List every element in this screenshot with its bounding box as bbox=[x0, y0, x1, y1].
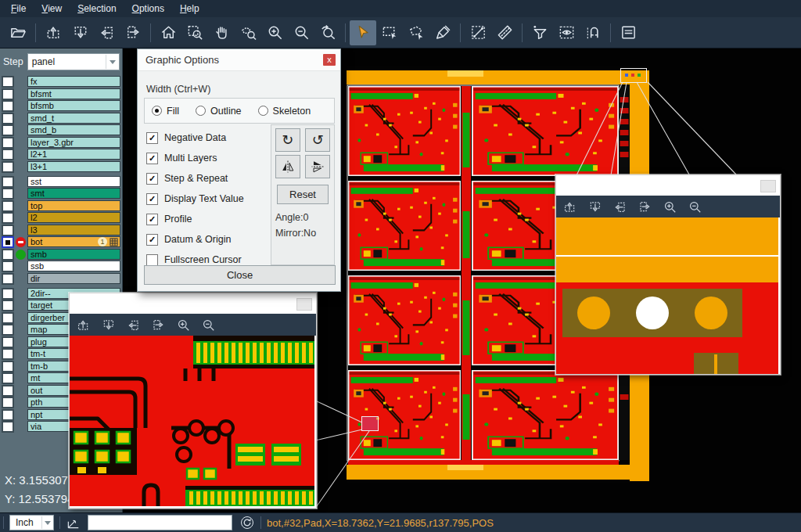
layer-visibility-checkbox-dir[interactable] bbox=[2, 273, 14, 285]
zoom-window-titlebar[interactable] bbox=[70, 293, 316, 314]
select-tool-button[interactable] bbox=[350, 20, 376, 45]
layer-visibility-checkbox-bot[interactable] bbox=[2, 236, 14, 248]
layer-item-smd_b[interactable]: smd_b bbox=[27, 124, 120, 135]
layer-item-ssb[interactable]: ssb bbox=[27, 261, 120, 271]
zoom-in-icon[interactable] bbox=[176, 318, 191, 332]
view-options-button[interactable] bbox=[553, 20, 580, 45]
zoom-window-button[interactable] bbox=[181, 20, 208, 45]
layer-visibility-checkbox-tm-t[interactable] bbox=[2, 348, 14, 360]
corner-measure-icon[interactable] bbox=[66, 515, 81, 530]
command-input[interactable] bbox=[88, 515, 232, 530]
close-button[interactable]: Close bbox=[144, 265, 336, 285]
zoom-in-icon[interactable] bbox=[663, 200, 677, 214]
rotate-cw-button[interactable]: ↻ bbox=[275, 128, 300, 152]
layer-visibility-checkbox-bfsmb[interactable] bbox=[2, 100, 14, 112]
checkbox-step-repeat[interactable]: Step & Repeat bbox=[146, 168, 244, 189]
layer-item-bfsmb[interactable]: bfsmb bbox=[27, 100, 120, 111]
layer-visibility-checkbox-plug[interactable] bbox=[2, 336, 14, 348]
checkbox-negative-data[interactable]: Negative Data bbox=[146, 128, 244, 148]
layer-item-smd_t[interactable]: smd_t bbox=[27, 113, 120, 124]
layer-visibility-checkbox-pth[interactable] bbox=[2, 397, 14, 408]
layer-visibility-checkbox-npt[interactable] bbox=[2, 409, 14, 421]
pan-left-icon[interactable] bbox=[612, 200, 627, 214]
menu-item-selection[interactable]: Selection bbox=[70, 1, 124, 16]
brush-clean-button[interactable] bbox=[429, 20, 456, 45]
dialog-titlebar[interactable]: Graphic Options x bbox=[138, 49, 340, 71]
zoom-out-icon[interactable] bbox=[201, 318, 216, 332]
layer-visibility-checkbox-ssb[interactable] bbox=[2, 261, 14, 272]
home-view-button[interactable] bbox=[155, 20, 181, 45]
layer-visibility-checkbox-l3[interactable] bbox=[2, 225, 14, 236]
pan-right-icon[interactable] bbox=[151, 318, 166, 332]
window-button[interactable] bbox=[296, 298, 312, 311]
pan-left-button[interactable] bbox=[93, 20, 120, 45]
layer-visibility-checkbox-smd_t[interactable] bbox=[2, 113, 14, 124]
pan-right-button[interactable] bbox=[120, 20, 146, 45]
report-button[interactable] bbox=[615, 20, 641, 45]
layer-visibility-checkbox-out[interactable] bbox=[2, 385, 14, 397]
layer-visibility-checkbox-top[interactable] bbox=[2, 200, 14, 212]
layer-visibility-checkbox-map[interactable] bbox=[2, 324, 14, 336]
layer-item-sst[interactable]: sst bbox=[27, 176, 120, 187]
menu-item-options[interactable]: Options bbox=[124, 1, 172, 16]
layer-visibility-checkbox-layer_3.gbr[interactable] bbox=[2, 137, 14, 149]
measure-distance-button[interactable] bbox=[465, 20, 491, 45]
layer-item-smb[interactable]: smb bbox=[27, 249, 120, 260]
poly-select-button[interactable] bbox=[403, 20, 429, 45]
unit-select[interactable]: Inch bbox=[9, 515, 54, 530]
layer-visibility-checkbox-target[interactable] bbox=[2, 300, 14, 311]
zoom-out-icon[interactable] bbox=[688, 200, 702, 214]
measure-ruler-button[interactable] bbox=[491, 20, 518, 45]
pan-down-button[interactable] bbox=[66, 20, 93, 45]
mirror-vertical-button[interactable] bbox=[275, 155, 300, 178]
layer-item-smt[interactable]: smt bbox=[27, 188, 120, 199]
layer-visibility-checkbox-mt[interactable] bbox=[2, 372, 14, 384]
radio-skeleton[interactable]: Skeleton bbox=[258, 106, 311, 117]
snap-button[interactable] bbox=[580, 20, 606, 45]
pan-down-icon[interactable] bbox=[101, 318, 116, 332]
layer-item-l2[interactable]: l2 bbox=[27, 212, 120, 223]
pan-right-icon[interactable] bbox=[638, 200, 652, 214]
reset-button[interactable]: Reset bbox=[277, 185, 329, 204]
layer-visibility-checkbox-l2+1[interactable] bbox=[2, 149, 14, 160]
close-icon[interactable]: x bbox=[323, 54, 336, 66]
layer-item-dir[interactable]: dir bbox=[27, 273, 120, 284]
layer-item-l3+1[interactable]: l3+1 bbox=[27, 161, 120, 172]
pan-up-icon[interactable] bbox=[76, 318, 91, 332]
menu-item-help[interactable]: Help bbox=[172, 1, 207, 16]
pan-down-icon[interactable] bbox=[587, 200, 602, 214]
pan-up-icon[interactable] bbox=[562, 200, 577, 214]
pan-up-button[interactable] bbox=[40, 20, 66, 45]
layer-visibility-checkbox-smb[interactable] bbox=[2, 249, 14, 261]
checkbox-datum-origin[interactable]: Datum & Origin bbox=[146, 229, 244, 250]
radio-fill[interactable]: Fill bbox=[152, 106, 179, 117]
layer-visibility-checkbox-dirgerber[interactable] bbox=[2, 312, 14, 324]
layer-visibility-checkbox-fx[interactable] bbox=[2, 76, 14, 88]
zoom-previous-button[interactable] bbox=[314, 20, 341, 45]
layer-visibility-checkbox-bfsmt[interactable] bbox=[2, 88, 14, 100]
layer-visibility-checkbox-2dir--[interactable] bbox=[2, 288, 14, 300]
layer-visibility-checkbox-l3+1[interactable] bbox=[2, 161, 14, 173]
step-select[interactable]: panel bbox=[27, 53, 120, 70]
radio-outline[interactable]: Outline bbox=[196, 106, 242, 117]
rect-select-button[interactable] bbox=[376, 20, 403, 45]
checkbox-display-text-value[interactable]: Display Text Value bbox=[146, 189, 244, 209]
zoom-in-button[interactable] bbox=[261, 20, 288, 45]
layer-visibility-checkbox-smd_b[interactable] bbox=[2, 124, 14, 136]
layer-item-fx[interactable]: fx bbox=[27, 76, 120, 87]
layer-item-bot[interactable]: bot1 bbox=[27, 236, 120, 247]
rotate-ccw-button[interactable]: ↺ bbox=[305, 128, 330, 152]
layer-visibility-checkbox-smt[interactable] bbox=[2, 188, 14, 200]
zoom-window-titlebar[interactable] bbox=[556, 175, 780, 196]
zoom-area-button[interactable] bbox=[235, 20, 261, 45]
window-button[interactable] bbox=[760, 180, 776, 192]
step-repeat-grid-icon[interactable] bbox=[110, 238, 118, 246]
layer-visibility-checkbox-via[interactable] bbox=[2, 421, 14, 433]
pan-left-icon[interactable] bbox=[126, 318, 141, 332]
layer-item-bfsmt[interactable]: bfsmt bbox=[27, 88, 120, 99]
menu-item-view[interactable]: View bbox=[34, 1, 70, 16]
layer-visibility-checkbox-sst[interactable] bbox=[2, 176, 14, 188]
refresh-icon[interactable] bbox=[239, 515, 255, 530]
open-button[interactable] bbox=[5, 20, 31, 45]
layer-item-layer_3.gbr[interactable]: layer_3.gbr bbox=[27, 137, 120, 148]
